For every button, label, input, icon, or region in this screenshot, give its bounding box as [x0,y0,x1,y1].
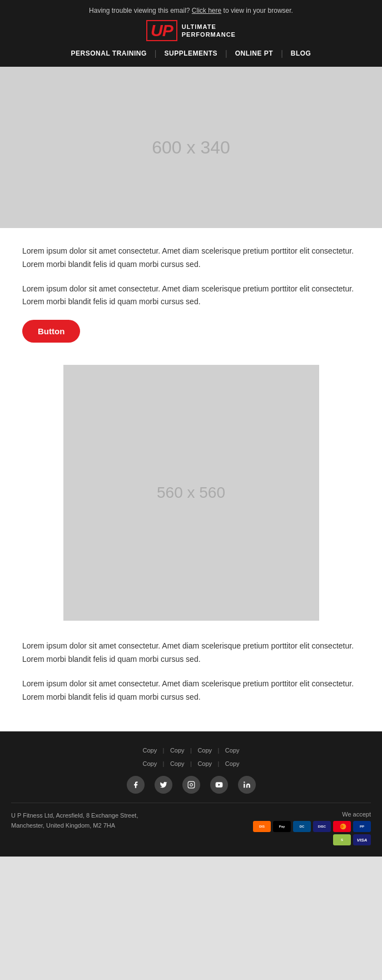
youtube-icon[interactable] [210,776,228,794]
payment-discover: DIS [253,821,271,832]
content-para-3: Lorem ipsum dolor sit amet consectetur. … [22,640,360,666]
linkedin-icon[interactable] [238,776,256,794]
footer-address: U P Fitness Ltd, Acresfield, 8 Exchange … [11,811,145,830]
nav-blog[interactable]: BLOG [283,50,319,57]
footer-divider-2: | [190,747,192,754]
payment-paypal: PP [353,821,371,832]
nav-supplements[interactable]: SUPPLEMENTS [156,50,225,57]
click-here-link[interactable]: Click here [192,7,221,14]
footer-divider-6: | [190,760,192,767]
nav-personal-training[interactable]: PERSONAL TRAINING [63,50,155,57]
footer-link-8[interactable]: Copy [225,760,240,767]
footer-payment-label: We accept [342,811,371,818]
payment-shopify: S [333,834,351,845]
square-placeholder-text: 560 x 560 [157,484,225,502]
nav-bar: PERSONAL TRAINING | SUPPLEMENTS | ONLINE… [11,49,371,58]
cta-button[interactable]: Button [22,320,80,343]
footer: Copy | Copy | Copy | Copy Copy | Copy | … [0,731,382,857]
content-block-2: Lorem ipsum dolor sit amet consectetur. … [0,626,382,731]
footer-link-4[interactable]: Copy [225,747,240,754]
footer-link-7[interactable]: Copy [197,760,212,767]
twitter-icon[interactable] [155,776,172,794]
logo-brand-text: ULTIMATEPERFORMANCE [182,23,236,39]
content-para-1: Lorem ipsum dolor sit amet consectetur. … [22,245,360,271]
footer-divider-1: | [163,747,165,754]
footer-link-3[interactable]: Copy [197,747,212,754]
footer-link-2[interactable]: Copy [170,747,185,754]
nav-online-pt[interactable]: ONLINE PT [227,50,281,57]
logo-up: UP [146,20,177,41]
svg-point-4 [244,782,245,783]
footer-bottom: U P Fitness Ltd, Acresfield, 8 Exchange … [11,803,371,845]
hero-image-placeholder: 600 x 340 [0,67,382,228]
footer-payment: We accept DIS Pay DC DISC PP S VISA [249,811,371,845]
payment-icons: DIS Pay DC DISC PP S VISA [249,821,371,845]
content-para-2: Lorem ipsum dolor sit amet consectetur. … [22,283,360,309]
footer-divider-3: | [218,747,220,754]
header-top-bar: Having trouble viewing this email? Click… [11,7,371,14]
footer-divider-5: | [163,760,165,767]
footer-divider-7: | [218,760,220,767]
content-block-1: Lorem ipsum dolor sit amet consectetur. … [0,228,382,365]
content-para-4: Lorem ipsum dolor sit amet consectetur. … [22,677,360,704]
footer-link-1[interactable]: Copy [142,747,157,754]
view-browser-text: to view in your browser. [224,7,293,14]
hero-placeholder-text: 600 x 340 [152,137,230,158]
header: Having trouble viewing this email? Click… [0,0,382,67]
footer-link-6[interactable]: Copy [170,760,185,767]
logo-container: UP ULTIMATEPERFORMANCE [11,20,371,41]
footer-links-row2: Copy | Copy | Copy | Copy [11,758,371,768]
facebook-icon[interactable] [127,776,145,794]
payment-mc [333,821,351,832]
svg-rect-3 [244,784,245,788]
payment-diners: DC [293,821,311,832]
payment-visa: DISC [313,821,331,832]
trouble-text: Having trouble viewing this email? [89,7,190,14]
image-section: 560 x 560 [0,365,382,626]
instagram-icon[interactable] [182,776,200,794]
social-icons [11,776,371,794]
payment-visa2: VISA [353,834,371,845]
svg-rect-0 [188,782,195,789]
footer-link-5[interactable]: Copy [142,760,157,767]
square-image-placeholder: 560 x 560 [63,365,319,621]
footer-links-row1: Copy | Copy | Copy | Copy [11,745,371,755]
payment-applepay: Pay [273,821,291,832]
